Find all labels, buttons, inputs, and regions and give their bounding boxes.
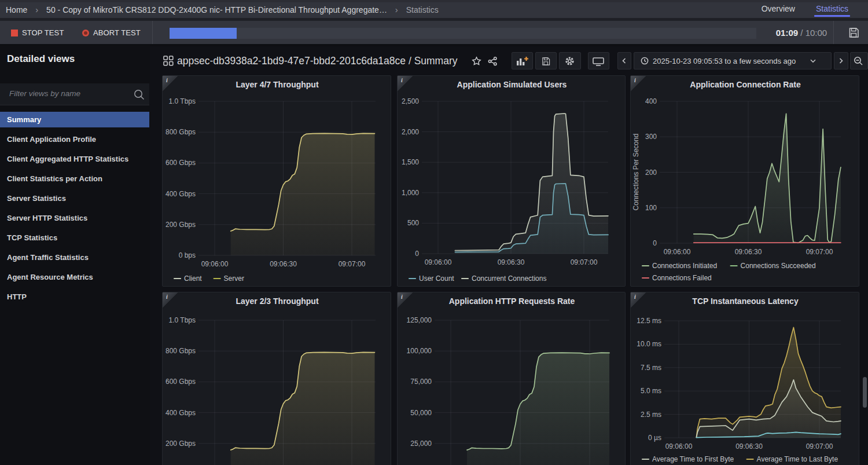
svg-text:200: 200	[645, 169, 657, 177]
svg-text:2,000: 2,000	[402, 128, 419, 136]
svg-text:1,000: 1,000	[402, 189, 419, 197]
svg-text:1.0 Tbps: 1.0 Tbps	[169, 97, 196, 105]
svg-text:200 Gbps: 200 Gbps	[165, 440, 196, 448]
svg-text:1.0 Tbps: 1.0 Tbps	[169, 316, 196, 324]
svg-text:0: 0	[415, 250, 419, 258]
svg-text:400 Gbps: 400 Gbps	[165, 190, 196, 198]
svg-text:100,000: 100,000	[407, 347, 432, 355]
svg-text:09:06:30: 09:06:30	[735, 442, 763, 451]
svg-text:Application Connection Rate: Application Connection Rate	[690, 80, 801, 89]
svg-text:09:06:30: 09:06:30	[735, 248, 762, 256]
svg-text:09:06:00: 09:06:00	[425, 258, 452, 266]
svg-text:25,000: 25,000	[410, 440, 432, 448]
svg-text:10.0 ms: 10.0 ms	[637, 340, 661, 348]
svg-text:TCP Instantaneous Latency: TCP Instantaneous Latency	[692, 296, 799, 306]
svg-text:Average Time to Last Byte: Average Time to Last Byte	[757, 455, 838, 463]
svg-text:Server: Server	[224, 274, 244, 283]
svg-text:Connections Initiated: Connections Initiated	[652, 262, 717, 270]
svg-text:2,500: 2,500	[402, 97, 419, 105]
svg-text:100: 100	[645, 204, 657, 212]
svg-text:09:06:30: 09:06:30	[270, 260, 297, 268]
svg-text:Average Time to First Byte: Average Time to First Byte	[652, 455, 734, 463]
svg-text:600 Gbps: 600 Gbps	[165, 378, 196, 386]
svg-text:400 Gbps: 400 Gbps	[165, 409, 196, 417]
svg-text:Application HTTP Requests Rate: Application HTTP Requests Rate	[449, 296, 575, 306]
svg-text:09:06:00: 09:06:00	[665, 442, 693, 451]
svg-text:09:06:30: 09:06:30	[498, 258, 525, 266]
svg-text:5.0 ms: 5.0 ms	[641, 387, 661, 395]
svg-text:Layer 2/3 Throughput: Layer 2/3 Throughput	[236, 296, 318, 306]
svg-text:Connections Per Second: Connections Per Second	[632, 134, 640, 211]
svg-text:Layer 4/7 Throughput: Layer 4/7 Throughput	[236, 80, 318, 89]
svg-text:50,000: 50,000	[410, 409, 432, 417]
svg-text:Connections Failed: Connections Failed	[652, 274, 712, 282]
svg-text:09:07:00: 09:07:00	[806, 442, 833, 451]
svg-text:7.5 ms: 7.5 ms	[641, 364, 661, 372]
svg-text:800 Gbps: 800 Gbps	[165, 128, 196, 136]
svg-text:500: 500	[407, 219, 419, 227]
svg-text:0 µs: 0 µs	[648, 434, 661, 442]
svg-text:09:07:00: 09:07:00	[339, 260, 366, 268]
svg-text:1,500: 1,500	[402, 158, 419, 166]
svg-text:09:06:00: 09:06:00	[664, 248, 691, 256]
svg-text:0: 0	[653, 239, 657, 247]
svg-text:75,000: 75,000	[410, 378, 432, 386]
svg-text:09:07:00: 09:07:00	[571, 258, 598, 266]
svg-text:Application Simulated Users: Application Simulated Users	[457, 80, 567, 89]
svg-text:09:06:00: 09:06:00	[201, 260, 229, 268]
svg-text:09:07:00: 09:07:00	[806, 248, 833, 256]
svg-text:2.5 ms: 2.5 ms	[641, 411, 661, 419]
svg-text:300: 300	[645, 133, 657, 141]
svg-text:User Count: User Count	[419, 274, 454, 283]
svg-text:0 bps: 0 bps	[179, 251, 196, 259]
svg-text:125,000: 125,000	[407, 316, 432, 324]
svg-text:12.5 ms: 12.5 ms	[637, 317, 661, 325]
svg-text:Client: Client	[184, 274, 202, 283]
svg-text:400: 400	[645, 97, 657, 105]
svg-text:Concurrent Connections: Concurrent Connections	[472, 274, 546, 283]
svg-text:Connections Succeeded: Connections Succeeded	[741, 262, 816, 270]
svg-text:600 Gbps: 600 Gbps	[165, 159, 196, 167]
svg-text:200 Gbps: 200 Gbps	[165, 221, 196, 229]
svg-text:800 Gbps: 800 Gbps	[165, 347, 196, 355]
